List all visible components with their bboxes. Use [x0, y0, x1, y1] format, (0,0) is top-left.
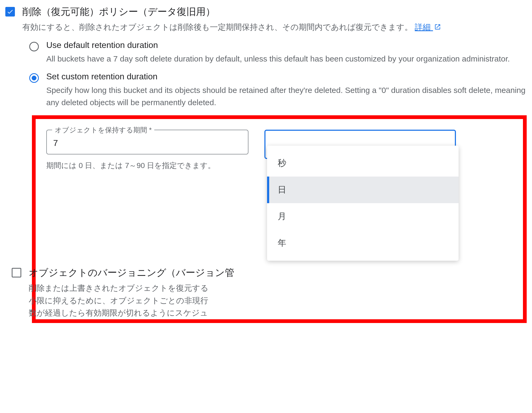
versioning-desc: 削除または上書きされたオブジェクトを復元する 小限に抑えるために、オブジェクトご… [29, 282, 512, 319]
default-retention-desc: All buckets have a 7 day soft delete dur… [46, 53, 527, 65]
unit-option-months[interactable]: 月 [267, 203, 459, 230]
external-link-icon [434, 22, 441, 34]
unit-dropdown: 秒 日 月 年 [267, 146, 459, 261]
versioning-title: オブジェクトのバージョニング（バージョン管 [29, 266, 512, 279]
unit-option-years[interactable]: 年 [267, 230, 459, 256]
check-icon [7, 8, 14, 15]
soft-delete-checkbox[interactable] [5, 7, 15, 17]
default-retention-radio[interactable] [29, 42, 39, 51]
custom-retention-desc: Specify how long this bucket and its obj… [46, 84, 527, 109]
duration-field-helper: 期間には 0 日、または 7～90 日を指定できます。 [46, 160, 217, 171]
unit-option-seconds[interactable]: 秒 [267, 150, 459, 177]
custom-retention-label: Set custom retention duration [46, 72, 527, 81]
custom-retention-radio[interactable] [29, 73, 39, 83]
highlight-annotation: オブジェクトを保持する期間 * 7 期間には 0 日、または 7～90 日を指定… [32, 115, 527, 323]
soft-delete-desc: 有効にすると、削除されたオブジェクトは削除後も一定期間保持され、その期間内であれ… [22, 21, 527, 34]
default-retention-label: Use default retention duration [46, 40, 527, 50]
versioning-checkbox[interactable] [12, 268, 21, 277]
soft-delete-title: 削除（復元可能）ポリシー（データ復旧用） [22, 5, 527, 18]
learn-more-link[interactable]: 詳細 [415, 23, 441, 31]
duration-field-value: 7 [53, 138, 242, 148]
unit-option-days[interactable]: 日 [267, 177, 459, 203]
duration-field-label: オブジェクトを保持する期間 * [52, 125, 154, 135]
retention-duration-field[interactable]: オブジェクトを保持する期間 * 7 [46, 130, 248, 154]
